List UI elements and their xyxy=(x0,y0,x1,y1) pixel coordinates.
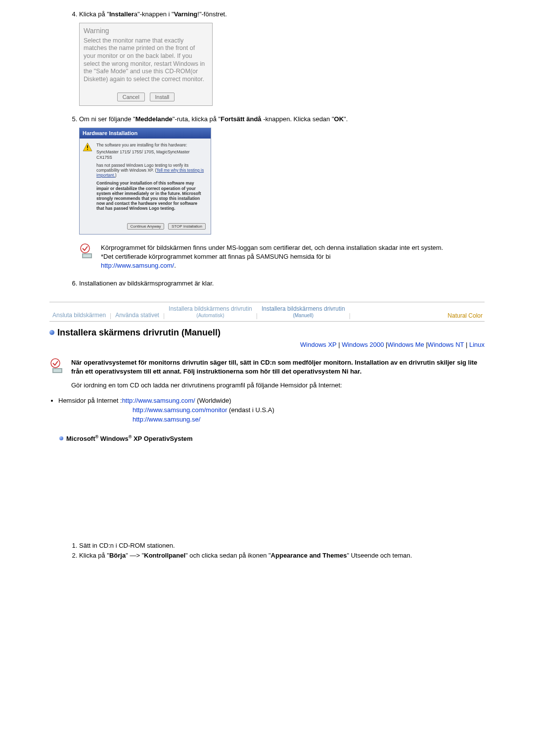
warning-body: Select the monitor name that exactly mat… xyxy=(84,37,208,84)
windows-xp-heading: Microsoft® Windows® XP OperativSystem xyxy=(59,434,485,442)
svg-rect-8 xyxy=(53,369,61,372)
link-windows-xp[interactable]: Windows XP xyxy=(300,341,336,348)
checkmark-monitor-icon xyxy=(79,243,96,260)
tab-natural-color[interactable]: Natural Color xyxy=(447,312,485,319)
os-links: Windows XP | Windows 2000 |Windows Me |W… xyxy=(49,341,485,348)
link-windows-2000[interactable]: Windows 2000 xyxy=(342,341,384,348)
cancel-button[interactable]: Cancel xyxy=(117,93,145,101)
link-windows-me[interactable]: Windows Me xyxy=(387,341,424,348)
section-title: Installera skärmens drivrutin (Manuell) xyxy=(49,328,485,338)
xp-step-1: Sätt in CD:n i CD-ROM stationen. xyxy=(79,541,485,550)
checkmark-monitor-icon xyxy=(49,358,66,375)
tab-install-driver-manual[interactable]: Installera bildskärmens drivrutin(Manuel… xyxy=(259,305,348,319)
samsung-se-link[interactable]: http://www.samsung.se/ xyxy=(133,416,200,423)
warning-icon xyxy=(83,142,92,151)
samsung-link[interactable]: http://www.samsung.com/ xyxy=(101,262,174,269)
svg-rect-5 xyxy=(83,254,91,257)
svg-rect-1 xyxy=(87,145,88,148)
hardware-installation-dialog: Hardware Installation The software you a… xyxy=(79,128,211,235)
xp-step-2: Klicka på "Börja" —> "Kontrollpanel" och… xyxy=(79,551,485,560)
step-5: Om ni ser följande "Meddelande"-ruta, kl… xyxy=(79,115,485,271)
samsung-monitor-link[interactable]: http://www.samsung.com/monitor xyxy=(133,406,227,414)
samsung-worldwide-link[interactable]: http://www.samsung.com/ xyxy=(122,397,195,404)
stop-installation-button[interactable]: STOP Installation xyxy=(168,223,206,230)
warning-title: Warning xyxy=(84,26,208,36)
tab-connect-monitor[interactable]: Ansluta bildskärmen xyxy=(49,312,109,319)
link-windows-nt[interactable]: Windows NT xyxy=(428,341,464,348)
svg-point-3 xyxy=(81,244,89,253)
bullet-icon xyxy=(59,436,63,440)
svg-rect-2 xyxy=(87,149,88,150)
bullet-icon xyxy=(49,330,54,335)
tabs-row: Ansluta bildskärmen | Använda stativet |… xyxy=(49,302,485,322)
internet-sites-item: Hemsidor på Internet :http://www.samsung… xyxy=(58,396,485,425)
tab-install-driver-auto[interactable]: Installera bildskärmens drivrutin(Automa… xyxy=(166,305,255,319)
tab-use-stand[interactable]: Använda stativet xyxy=(112,312,162,319)
continue-anyway-button[interactable]: Continue Anyway xyxy=(127,223,165,230)
hw-dialog-title: Hardware Installation xyxy=(80,128,211,139)
step-4: Klicka på "Installera"-knappen i "Varnin… xyxy=(79,10,485,106)
install-button[interactable]: Install xyxy=(150,93,175,101)
warning-dialog: Warning Select the monitor name that exa… xyxy=(79,23,213,106)
certification-note: Körprogrammet för bildskärmen finns unde… xyxy=(101,243,485,271)
step-6: Installationen av bildskärmsprogrammet ä… xyxy=(79,279,485,288)
intro-text: När operativsystemet för monitorns drivr… xyxy=(71,358,485,390)
svg-point-6 xyxy=(51,359,60,368)
link-linux[interactable]: Linux xyxy=(469,341,485,348)
